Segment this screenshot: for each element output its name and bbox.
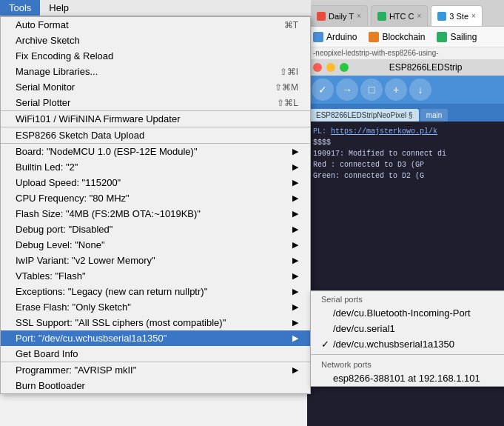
menu-item-lwip[interactable]: IwIP Variant: "v2 Lower Memory" ▶ [1,253,310,268]
port-submenu: Serial ports /dev/cu.Bluetooth-Incoming-… [310,290,504,387]
arduino-tab-main[interactable]: main [420,109,448,122]
wch-check: ✓ [321,339,333,350]
menu-item-wifi-firmware[interactable]: WiFi101 / WiFiNINA Firmware Updater [1,111,310,127]
browser-tab-1[interactable]: HTC C× [371,5,428,26]
menu-item-builtin-led[interactable]: Builtin Led: "2" ▶ [1,159,310,175]
code-line-2: $$$$ [313,137,498,148]
traffic-yellow[interactable] [326,63,335,72]
menu-item-port[interactable]: Port: "/dev/cu.wchusbserial1a1350" ▶ [1,330,310,346]
arduino-tab-bar: ESP8266LEDStripNeoPixel § main [307,104,504,122]
code-line-1: PL: https://majsterkowo.pl/k [313,126,498,137]
upload-button[interactable]: → [336,79,358,101]
code-line-4: Red : connected to D3 (GP [313,159,498,170]
menu-item-burn-bootloader[interactable]: Burn Bootloader [1,378,310,393]
browser-tab-bar: Daily T×HTC C×3 Ste× [307,0,504,27]
traffic-red[interactable] [313,63,322,72]
menu-item-serial-monitor[interactable]: Serial Monitor ⇧⌘M [1,79,310,95]
menu-item-vtables[interactable]: VTables: "Flash" ▶ [1,268,310,284]
arduino-title-bar: ESP8266LEDStrip [307,59,504,76]
menu-item-ssl-support[interactable]: SSL Support: "All SSL ciphers (most comp… [1,315,310,330]
bookmarks-bar: Arduino Blockchain Sailing [307,27,504,47]
esp8266-net-check [321,373,333,384]
menu-item-get-board-info[interactable]: Get Board Info [1,346,310,362]
arduino-tab-neopixel[interactable]: ESP8266LEDStripNeoPixel § [310,109,419,122]
serial1-check [321,323,333,334]
menu-tools[interactable]: Tools [0,0,40,16]
menu-help[interactable]: Help [40,0,78,16]
open-button[interactable]: + [385,79,407,101]
tools-dropdown: Auto Format ⌘T Archive Sketch Fix Encodi… [0,16,311,394]
save-button[interactable]: ↓ [409,79,431,101]
menu-bar: Tools Help [0,0,311,16]
browser-tab-2[interactable]: 3 Ste× [431,5,483,26]
url-bar: -neopixel-ledstrip-with-esp8266-using- [307,47,504,58]
submenu-item-bluetooth[interactable]: /dev/cu.Bluetooth-Incoming-Port [311,305,504,321]
serial-ports-label: Serial ports [311,291,504,305]
browser-tab-0[interactable]: Daily T× [310,5,368,26]
bookmark-sailing[interactable]: Sailing [437,32,477,42]
arduino-toolbar: ✓ → □ + ↓ [307,76,504,104]
submenu-item-serial1[interactable]: /dev/cu.serial1 [311,321,504,336]
menu-item-archive-sketch[interactable]: Archive Sketch [1,33,310,48]
menu-item-upload-speed[interactable]: Upload Speed: "115200" ▶ [1,175,310,190]
verify-button[interactable]: ✓ [312,79,334,101]
bluetooth-check [321,307,333,319]
bookmark-arduino[interactable]: Arduino [313,32,357,42]
menu-item-exceptions[interactable]: Exceptions: "Legacy (new can return null… [1,284,310,299]
network-ports-label: Network ports [311,357,504,370]
traffic-green[interactable] [340,63,349,72]
menu-item-debug-level[interactable]: Debug Level: "None" ▶ [1,237,310,253]
arduino-window-title: ESP8266LEDStrip [353,62,498,73]
menu-item-auto-format[interactable]: Auto Format ⌘T [1,17,310,33]
menu-item-programmer[interactable]: Programmer: "AVRISP mkII" ▶ [1,362,310,378]
menu-item-board[interactable]: Board: "NodeMCU 1.0 (ESP-12E Module)" ▶ [1,144,310,159]
submenu-item-esp8266-net[interactable]: esp8266-388101 at 192.168.1.101 [311,370,504,386]
new-button[interactable]: □ [360,79,383,101]
menu-item-cpu-freq[interactable]: CPU Frequency: "80 MHz" ▶ [1,190,310,206]
menu-item-erase-flash[interactable]: Erase Flash: "Only Sketch" ▶ [1,299,310,315]
submenu-item-wch[interactable]: ✓ /dev/cu.wchusbserial1a1350 [311,336,504,352]
menu-item-serial-plotter[interactable]: Serial Plotter ⇧⌘L [1,95,310,111]
code-line-5: Green: connected to D2 (G [313,170,498,182]
menu-item-manage-libraries[interactable]: Manage Libraries... ⇧⌘I [1,64,310,79]
submenu-divider [311,354,504,355]
menu-item-fix-encoding[interactable]: Fix Encoding & Reload [1,48,310,64]
code-line-3: 190917: Modified to connect di [313,148,498,159]
menu-item-esp8266-upload[interactable]: ESP8266 Sketch Data Upload [1,127,310,144]
menu-item-flash-size[interactable]: Flash Size: "4MB (FS:2MB OTA:~1019KB)" ▶ [1,206,310,222]
menu-item-debug-port[interactable]: Debug port: "Disabled" ▶ [1,222,310,237]
bookmark-blockchain[interactable]: Blockchain [369,32,425,42]
